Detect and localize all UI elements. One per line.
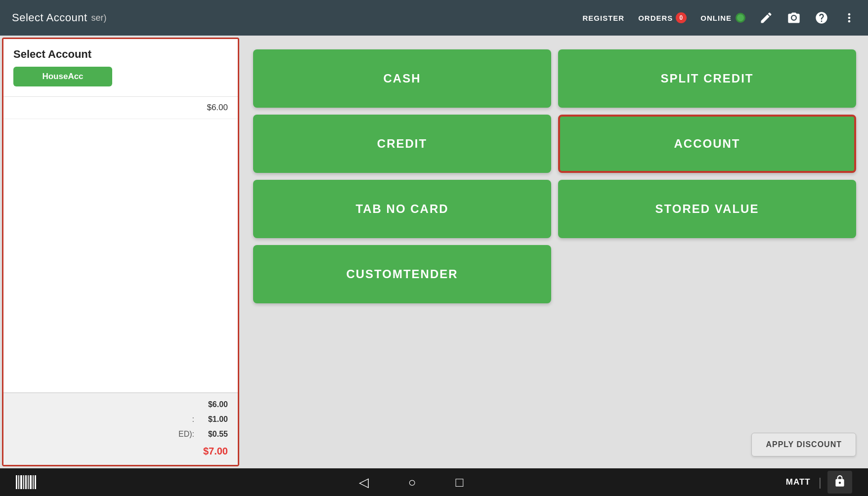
lock-icon[interactable] xyxy=(827,471,852,494)
more-icon[interactable] xyxy=(842,11,856,25)
barcode-bar xyxy=(33,475,34,489)
payment-grid: CASH SPLIT CREDIT CREDIT ACCOUNT TAB NO … xyxy=(253,49,856,303)
order-list: $6.00 xyxy=(3,97,238,392)
discount-row: ED): $0.55 xyxy=(3,427,238,442)
back-icon[interactable]: ◁ xyxy=(359,475,369,490)
orders-badge: 0 xyxy=(676,12,687,23)
stored-value-button[interactable]: STORED VALUE xyxy=(558,180,856,238)
total-row: $7.00 xyxy=(3,442,238,461)
app-subtitle: ser) xyxy=(91,13,107,23)
pencil-icon[interactable] xyxy=(759,11,773,25)
barcode-bar xyxy=(35,475,36,489)
custom-tender-button[interactable]: CUSTOMTENDER xyxy=(253,245,551,303)
barcode-bar xyxy=(30,475,32,489)
bottom-nav-right: MATT | xyxy=(786,471,852,494)
order-footer: $6.00 : $1.00 ED): $0.55 $7.00 xyxy=(3,392,238,465)
app-title: Select Account xyxy=(12,11,87,24)
barcode-bar xyxy=(25,475,27,489)
online-status: ONLINE xyxy=(700,13,745,23)
barcode-area xyxy=(16,475,36,489)
tax-value: $1.00 xyxy=(198,415,228,424)
main-content: Select Account HouseAcc $6.00 $6.00 : $1… xyxy=(0,36,868,468)
select-account-title: Select Account xyxy=(13,48,228,61)
recents-icon[interactable]: □ xyxy=(455,475,463,490)
register-nav[interactable]: REGISTER xyxy=(582,14,624,22)
cash-button[interactable]: CASH xyxy=(253,49,551,108)
account-button[interactable]: ACCOUNT xyxy=(558,115,856,173)
barcode-bar xyxy=(28,475,29,489)
divider: | xyxy=(819,475,822,489)
user-name: MATT xyxy=(786,477,811,487)
subtotal-row: $6.00 xyxy=(3,397,238,412)
camera-icon[interactable] xyxy=(787,11,801,25)
orders-nav[interactable]: ORDERS 0 xyxy=(638,12,687,23)
barcode-bar xyxy=(20,475,22,489)
credit-button[interactable]: CREDIT xyxy=(253,115,551,173)
bottom-nav: ◁ ○ □ MATT | xyxy=(0,468,868,496)
house-acc-button[interactable]: HouseAcc xyxy=(13,67,112,86)
order-item: $6.00 xyxy=(3,97,238,119)
apply-discount-button[interactable]: APPLY DISCOUNT xyxy=(751,433,856,456)
top-bar-right: REGISTER ORDERS 0 ONLINE xyxy=(582,11,856,25)
tax-label: : xyxy=(192,415,194,424)
discount-value: $0.55 xyxy=(198,430,228,439)
bottom-nav-center: ◁ ○ □ xyxy=(359,475,463,490)
top-bar-left: Select Account ser) xyxy=(12,11,582,24)
barcode-bar xyxy=(23,475,24,489)
subtotal-value: $6.00 xyxy=(198,400,228,409)
tab-no-card-button[interactable]: TAB NO CARD xyxy=(253,180,551,238)
home-icon[interactable]: ○ xyxy=(408,475,416,490)
tax-row: : $1.00 xyxy=(3,412,238,427)
total-value: $7.00 xyxy=(203,446,228,457)
help-icon[interactable] xyxy=(815,11,828,25)
left-panel: Select Account HouseAcc $6.00 $6.00 : $1… xyxy=(2,38,239,466)
bottom-bar-right: APPLY DISCOUNT xyxy=(253,433,856,458)
right-panel: CASH SPLIT CREDIT CREDIT ACCOUNT TAB NO … xyxy=(241,36,868,468)
online-dot xyxy=(736,13,745,23)
top-bar: Select Account ser) REGISTER ORDERS 0 ON… xyxy=(0,0,868,36)
discount-label: ED): xyxy=(178,430,194,439)
barcode-bar xyxy=(16,475,17,489)
barcode-bar xyxy=(18,475,19,489)
split-credit-button[interactable]: SPLIT CREDIT xyxy=(558,49,856,108)
select-account-header: Select Account HouseAcc xyxy=(3,39,238,97)
